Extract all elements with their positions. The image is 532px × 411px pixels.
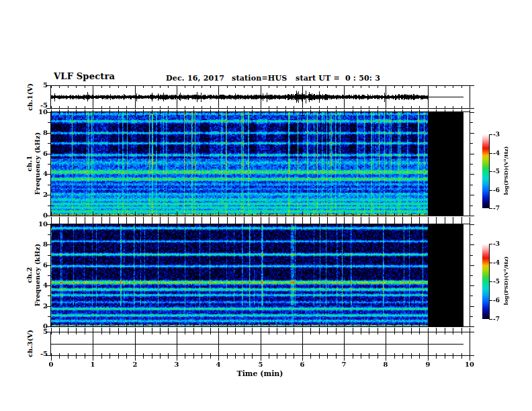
freq-tick-right bbox=[470, 224, 474, 225]
x-gap-tick bbox=[344, 328, 345, 332]
x-gap-tick bbox=[193, 217, 194, 224]
x-gap-tick bbox=[378, 328, 378, 332]
x-axis-tick bbox=[109, 356, 110, 359]
x-gap-tick bbox=[310, 109, 311, 111]
x-gap-tick bbox=[93, 109, 93, 111]
x-axis-tick bbox=[261, 356, 261, 361]
x-axis-tick-label: 3 bbox=[169, 361, 185, 369]
x-gap-tick bbox=[252, 328, 253, 332]
x-gap-tick bbox=[109, 328, 110, 332]
x-gap-tick bbox=[327, 328, 328, 332]
x-gap-tick bbox=[109, 109, 110, 111]
x-gap-tick bbox=[135, 109, 136, 111]
volt-tick-right bbox=[470, 355, 474, 356]
x-gap-tick bbox=[210, 328, 211, 332]
x-axis-tick bbox=[210, 356, 211, 359]
x-gap-tick bbox=[369, 328, 369, 332]
x-gap-tick bbox=[310, 328, 311, 332]
x-gap-tick bbox=[353, 217, 353, 224]
freq-tick-left bbox=[48, 255, 50, 256]
freq-tick-right bbox=[470, 174, 474, 175]
x-axis-tick bbox=[453, 356, 453, 359]
x-axis-tick bbox=[59, 356, 60, 359]
freq-tick-right bbox=[470, 265, 474, 266]
x-axis-tick bbox=[361, 356, 361, 359]
x-gap-tick bbox=[369, 217, 369, 224]
x-axis-tick-label: 8 bbox=[378, 361, 394, 369]
volt-tick-right bbox=[470, 85, 474, 86]
freq-tick-label: 4 bbox=[28, 281, 48, 289]
colorbar-tick-label: -6 bbox=[493, 297, 500, 304]
x-gap-tick bbox=[277, 109, 277, 111]
volt-tick-left bbox=[46, 108, 50, 109]
x-gap-tick bbox=[344, 109, 345, 111]
freq-tick-right bbox=[470, 112, 474, 113]
x-gap-tick bbox=[227, 217, 228, 224]
x-axis-tick-label: 4 bbox=[210, 361, 226, 369]
x-gap-tick bbox=[361, 328, 361, 332]
x-gap-tick bbox=[319, 217, 320, 224]
colorbar-ch1-unit-label: log(PSD)(V²/Hz) bbox=[502, 130, 509, 211]
x-axis-tick bbox=[285, 356, 286, 359]
x-axis-tick-label: 6 bbox=[294, 361, 310, 369]
x-axis-tick bbox=[244, 356, 245, 359]
x-gap-tick bbox=[85, 328, 85, 332]
time-axis-label: Time (min) bbox=[226, 369, 294, 378]
x-gap-tick bbox=[336, 109, 337, 111]
x-gap-tick bbox=[294, 328, 294, 332]
x-axis-tick bbox=[428, 356, 429, 361]
x-gap-tick bbox=[470, 217, 470, 224]
x-axis-tick bbox=[185, 356, 185, 359]
x-gap-tick bbox=[302, 217, 303, 224]
x-axis-tick bbox=[269, 356, 269, 359]
x-gap-tick bbox=[327, 217, 328, 224]
x-gap-tick bbox=[285, 217, 286, 224]
freq-tick-left bbox=[48, 122, 50, 123]
x-gap-tick bbox=[411, 217, 412, 224]
x-gap-tick bbox=[344, 217, 345, 224]
colorbar-ch2 bbox=[482, 244, 490, 319]
x-gap-tick bbox=[152, 217, 152, 224]
x-axis-tick bbox=[227, 356, 228, 359]
colorbar-tick bbox=[489, 208, 492, 209]
x-gap-tick bbox=[51, 328, 52, 332]
x-gap-tick bbox=[277, 328, 277, 332]
freq-tick-right bbox=[470, 326, 474, 327]
x-gap-tick bbox=[302, 328, 303, 332]
x-gap-tick bbox=[218, 328, 219, 332]
x-gap-tick bbox=[101, 109, 102, 111]
freq-tick-left bbox=[48, 185, 50, 185]
x-gap-tick bbox=[202, 328, 202, 332]
x-gap-tick bbox=[394, 217, 395, 224]
x-gap-tick bbox=[294, 217, 294, 224]
x-axis-tick bbox=[218, 356, 219, 361]
x-gap-tick bbox=[353, 328, 353, 332]
x-gap-tick bbox=[177, 217, 177, 224]
x-axis-tick bbox=[336, 356, 337, 359]
x-gap-tick bbox=[101, 217, 102, 224]
freq-tick-right bbox=[470, 306, 474, 307]
ticks-layer: -3-4-5-6-7-3-4-5-6-702468100246810012345… bbox=[0, 0, 532, 411]
x-gap-tick bbox=[218, 217, 219, 224]
vlf-spectra-plot-window: VLF Spectra Dec. 16, 2017 station=HUS st… bbox=[0, 0, 532, 411]
x-gap-tick bbox=[76, 109, 77, 111]
freq-tick-right bbox=[470, 285, 474, 286]
x-axis-tick bbox=[294, 356, 294, 359]
freq-tick-label: 4 bbox=[28, 170, 48, 178]
colorbar-tick-label: -4 bbox=[493, 259, 500, 266]
x-gap-tick bbox=[68, 109, 69, 111]
x-axis-tick bbox=[143, 356, 144, 359]
x-axis-tick bbox=[402, 356, 403, 359]
freq-tick-right bbox=[470, 205, 473, 206]
x-gap-tick bbox=[135, 328, 136, 332]
x-gap-tick bbox=[118, 109, 119, 111]
x-gap-tick bbox=[126, 328, 127, 332]
x-axis-tick bbox=[68, 356, 69, 359]
freq-tick-right bbox=[470, 255, 473, 256]
colorbar-tick bbox=[489, 319, 492, 320]
x-gap-tick bbox=[68, 328, 69, 332]
x-gap-tick bbox=[285, 328, 286, 332]
x-gap-tick bbox=[85, 217, 85, 224]
colorbar-tick-label: -6 bbox=[493, 187, 500, 193]
x-gap-tick bbox=[269, 328, 269, 332]
